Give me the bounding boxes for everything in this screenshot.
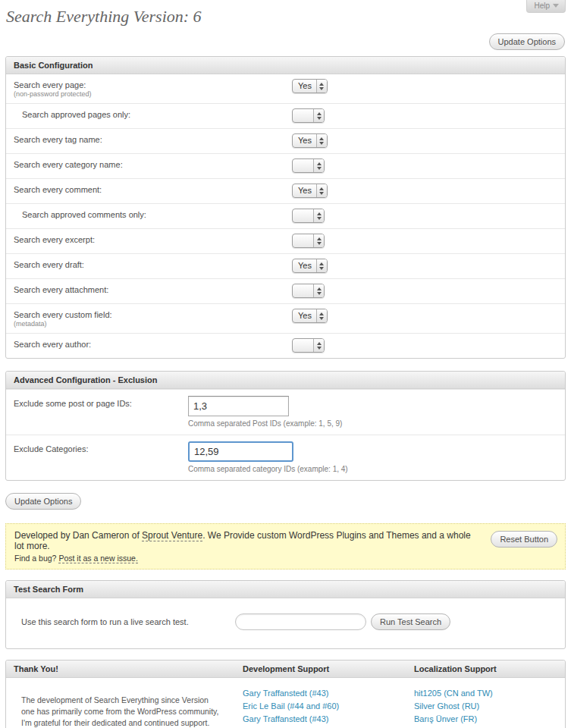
config-row: Search every draft: Yes: [6, 253, 565, 278]
setting-label: Search every comment:: [14, 185, 292, 194]
reset-button[interactable]: Reset Button: [491, 531, 557, 548]
list-item: Eric Le Bail (#44 and #60): [243, 700, 414, 713]
contributor-link[interactable]: Gary Traffanstedt (#43): [243, 714, 329, 723]
setting-select[interactable]: [292, 234, 325, 248]
exclude-posts-input[interactable]: [188, 396, 289, 416]
setting-select[interactable]: Yes: [292, 259, 328, 273]
setting-select[interactable]: [292, 158, 325, 173]
select-stepper-icon: [316, 80, 327, 93]
setting-select[interactable]: Yes: [292, 133, 328, 148]
run-test-search-button[interactable]: Run Test Search: [371, 613, 450, 630]
setting-label: Search approved comments only:: [22, 210, 292, 219]
select-value: [293, 339, 313, 352]
update-options-button-top[interactable]: Update Options: [489, 33, 565, 50]
select-stepper-icon: [316, 259, 327, 272]
setting-select[interactable]: [292, 284, 325, 298]
development-support-list: Gary Traffanstedt (#43) Eric Le Bail (#4…: [243, 687, 414, 728]
help-label: Help: [534, 2, 550, 10]
list-item: Silver Ghost (RU): [414, 700, 565, 713]
select-value: [293, 234, 313, 247]
select-stepper-icon: [313, 284, 324, 297]
test-search-input[interactable]: [235, 613, 366, 630]
sprout-venture-link[interactable]: Sprout Venture: [142, 530, 202, 541]
select-stepper-icon: [313, 109, 324, 122]
contributor-link[interactable]: Eric Le Bail (#44 and #60): [243, 701, 339, 711]
setting-sublabel: (metadata): [14, 320, 292, 328]
list-item: hit1205 (CN and TW): [414, 687, 565, 700]
list-item: Gary Traffanstedt (#43): [243, 687, 414, 700]
select-stepper-icon: [316, 309, 327, 322]
development-support-title: Development Support: [243, 664, 414, 673]
select-value: [293, 159, 313, 172]
select-value: Yes: [293, 309, 316, 322]
basic-configuration-section: Basic Configuration Search every page: (…: [5, 56, 566, 359]
setting-label: Search approved pages only:: [22, 110, 292, 119]
contributor-link[interactable]: Barış Ünver (FR): [414, 714, 477, 723]
setting-select[interactable]: [292, 108, 325, 123]
setting-label: Search every tag name:: [14, 135, 292, 144]
developer-notice-line1: Developed by Dan Cameron of Sprout Ventu…: [14, 530, 557, 551]
setting-select[interactable]: Yes: [292, 309, 328, 323]
new-issue-link[interactable]: Post it as a new issue.: [58, 554, 137, 563]
thank-you-message: The development of Search Everything sin…: [14, 686, 243, 728]
config-row: Search every comment: Yes: [6, 178, 565, 203]
select-value: Yes: [293, 80, 316, 93]
page-title: Search Everything Version: 6: [0, 0, 571, 27]
exclude-categories-label: Exclude Categories:: [14, 444, 188, 453]
contributor-link[interactable]: Silver Ghost (RU): [414, 701, 479, 711]
exclude-posts-help: Comma separated Post IDs (example: 1, 5,…: [188, 419, 342, 428]
select-stepper-icon: [313, 159, 324, 172]
select-stepper-icon: [313, 234, 324, 247]
select-value: [293, 284, 313, 297]
config-row: Search every excerpt:: [6, 228, 565, 253]
developer-notice-line2: Find a bug? Post it as a new issue.: [14, 554, 557, 563]
setting-label: Search every attachment:: [14, 285, 292, 294]
config-row: Search every custom field: (metadata) Ye…: [6, 303, 565, 333]
config-row: Search every author:: [6, 333, 565, 358]
basic-configuration-rows: Search every page: (non-password protect…: [6, 74, 565, 358]
update-options-button-bottom[interactable]: Update Options: [5, 493, 81, 510]
config-row: Search approved comments only:: [6, 203, 565, 228]
select-stepper-icon: [313, 339, 324, 352]
localization-support-title: Localization Support: [414, 664, 565, 673]
setting-label: Search every category name:: [14, 160, 292, 169]
select-value: Yes: [293, 134, 316, 147]
setting-select[interactable]: Yes: [292, 184, 328, 198]
contributor-link[interactable]: Gary Traffanstedt (#43): [243, 689, 329, 698]
test-search-description: Use this search form to run a live searc…: [14, 617, 235, 626]
chevron-down-icon: [553, 4, 559, 8]
thank-you-section: Thank You! Development Support Localizat…: [5, 660, 566, 728]
developer-notice: Developed by Dan Cameron of Sprout Ventu…: [5, 523, 566, 570]
test-search-title: Test Search Form: [6, 581, 565, 598]
config-row: Search every category name:: [6, 153, 565, 178]
select-stepper-icon: [313, 209, 324, 222]
setting-select[interactable]: Yes: [292, 79, 328, 93]
config-row: Search every attachment:: [6, 278, 565, 303]
test-search-section: Test Search Form Use this search form to…: [5, 580, 566, 649]
config-row: Search every tag name: Yes: [6, 128, 565, 153]
select-value: Yes: [293, 259, 316, 272]
setting-label: Search every author:: [14, 340, 292, 349]
thank-you-title: Thank You!: [14, 664, 243, 673]
select-value: Yes: [293, 184, 316, 197]
select-value: [293, 109, 313, 122]
setting-label: Search every page:: [14, 80, 292, 89]
exclude-posts-row: Exclude some post or page IDs: Comma sep…: [6, 389, 565, 435]
setting-select[interactable]: [292, 338, 325, 353]
setting-select[interactable]: [292, 209, 325, 223]
config-row: Search approved pages only:: [6, 103, 565, 128]
select-stepper-icon: [316, 134, 327, 147]
setting-label: Search every draft:: [14, 260, 292, 269]
exclude-categories-input[interactable]: [188, 441, 293, 462]
list-item: Barış Ünver (FR): [414, 713, 565, 726]
help-button[interactable]: Help: [526, 0, 566, 13]
advanced-configuration-section: Advanced Configuration - Exclusion Exclu…: [5, 371, 566, 481]
select-stepper-icon: [316, 184, 327, 197]
basic-configuration-title: Basic Configuration: [6, 57, 565, 74]
exclude-posts-label: Exclude some post or page IDs:: [14, 399, 188, 408]
list-item: Gary Traffanstedt (#43): [243, 713, 414, 726]
contributor-link[interactable]: hit1205 (CN and TW): [414, 689, 493, 698]
config-row: Search every page: (non-password protect…: [6, 74, 565, 103]
select-value: [293, 209, 313, 222]
setting-label: Search every excerpt:: [14, 235, 292, 244]
